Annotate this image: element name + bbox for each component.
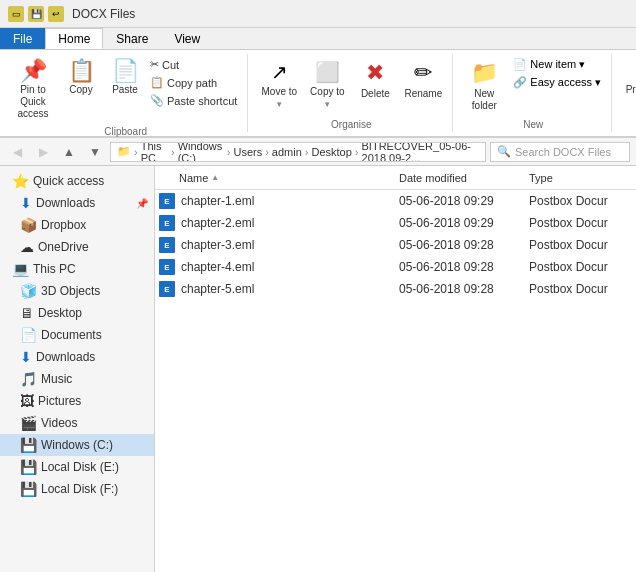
path-this-pc: This PC [141,142,168,162]
dropbox-icon: 📦 [20,217,37,233]
copy-path-button[interactable]: 📋 Copy path [146,74,241,91]
ribbon-group-properties: ☰ Prope... ✓ [614,54,636,132]
table-row[interactable]: E chapter-5.eml 05-06-2018 09:28 Postbox… [155,278,636,300]
eml-icon: E [159,215,175,231]
delete-button[interactable]: ✖ Delete [352,56,398,104]
tab-view[interactable]: View [161,28,213,49]
cut-label: Cut [162,59,179,71]
paste-row: 📄 Paste ✂ Cut 📋 Copy path 📎 [106,56,241,109]
col-type-header[interactable]: Type [529,172,632,184]
new-content: 📁 New folder 📄 New item ▾ 🔗 Easy access … [461,56,605,117]
sidebar-item-local-disk-f[interactable]: 💾 Local Disk (F:) [0,478,154,500]
sidebar-item-this-pc[interactable]: 💻 This PC [0,258,154,280]
paste-shortcut-icon: 📎 [150,94,164,107]
clipboard-label: Clipboard [104,126,147,137]
cut-button[interactable]: ✂ Cut [146,56,241,73]
new-side-buttons: 📄 New item ▾ 🔗 Easy access ▾ [509,56,605,91]
pin-to-quick-access-button[interactable]: 📌 Pin to Quick access [10,56,56,124]
copy-to-button[interactable]: ⬜ Copy to ▼ [304,56,350,113]
copy-to-label: Copy to [310,86,344,98]
sidebar: ⭐ Quick access ⬇ Downloads 📌 📦 Dropbox ☁… [0,166,155,572]
file-modified-cell: 05-06-2018 09:29 [399,216,529,230]
sidebar-item-desktop[interactable]: 🖥 Desktop [0,302,154,324]
new-folder-button[interactable]: 📁 New folder [461,56,507,116]
path-folder-icon: 📁 [117,145,131,158]
onedrive-label: OneDrive [38,240,89,254]
address-path[interactable]: 📁 › This PC › Windows (C:) › Users › adm… [110,142,486,162]
sidebar-item-3d-objects[interactable]: 🧊 3D Objects [0,280,154,302]
new-item-icon: 📄 [513,58,527,71]
path-desktop: Desktop [312,146,352,158]
ribbon: 📌 Pin to Quick access 📋 Copy 📄 Paste ✂ [0,50,636,138]
tab-file[interactable]: File [0,28,45,49]
file-modified-cell: 05-06-2018 09:28 [399,282,529,296]
file-type-cell: Postbox Docur [529,238,632,252]
move-to-button[interactable]: ↗ Move to ▼ [256,56,302,113]
new-item-button[interactable]: 📄 New item ▾ [509,56,605,73]
col-name-header[interactable]: Name ▲ [159,172,399,184]
sidebar-item-onedrive[interactable]: ☁ OneDrive [0,236,154,258]
pin-label: Pin to Quick access [12,84,54,120]
pin-icon: 📌 [20,60,47,82]
paste-shortcut-label: Paste shortcut [167,95,237,107]
organise-label: Organise [331,119,372,130]
sidebar-item-local-disk-e[interactable]: 💾 Local Disk (E:) [0,456,154,478]
delete-icon: ✖ [366,60,384,86]
copy-to-icon: ⬜ [315,60,340,84]
easy-access-button[interactable]: 🔗 Easy access ▾ [509,74,605,91]
table-row[interactable]: E chapter-3.eml 05-06-2018 09:28 Postbox… [155,234,636,256]
music-label: Music [41,372,72,386]
paste-shortcut-button[interactable]: 📎 Paste shortcut [146,92,241,109]
nav-back-button[interactable]: ◀ [6,141,28,163]
address-bar: ◀ ▶ ▲ ▼ 📁 › This PC › Windows (C:) › Use… [0,138,636,166]
title-bar-icons: ▭ 💾 ↩ [8,6,64,22]
copy-button[interactable]: 📋 Copy [58,56,104,100]
sidebar-item-dropbox[interactable]: 📦 Dropbox [0,214,154,236]
quick-access-label: Quick access [33,174,104,188]
easy-access-label: Easy access ▾ [530,76,601,89]
col-modified-header[interactable]: Date modified [399,172,529,184]
local-disk-e-icon: 💾 [20,459,37,475]
search-box[interactable]: 🔍 Search DOCX Files [490,142,630,162]
eml-icon: E [159,237,175,253]
documents-icon: 📄 [20,327,37,343]
sidebar-item-downloads[interactable]: ⬇ Downloads [0,346,154,368]
paste-small-col: ✂ Cut 📋 Copy path 📎 Paste shortcut [146,56,241,109]
table-row[interactable]: E chapter-4.eml 05-06-2018 09:28 Postbox… [155,256,636,278]
paste-button[interactable]: 📄 Paste [106,56,144,100]
table-row[interactable]: E chapter-1.eml 05-06-2018 09:29 Postbox… [155,190,636,212]
organise-content: ↗ Move to ▼ ⬜ Copy to ▼ ✖ Delete ✏ Renam… [256,56,446,117]
properties-content: ☰ Prope... ✓ [620,56,636,130]
file-type-cell: Postbox Docur [529,282,632,296]
file-list: Name ▲ Date modified Type E chapter-1.em… [155,166,636,572]
nav-up-button[interactable]: ▲ [58,141,80,163]
properties-button[interactable]: ☰ Prope... [620,56,636,100]
new-folder-label: New folder [463,88,505,112]
sidebar-item-videos[interactable]: 🎬 Videos [0,412,154,434]
sidebar-item-downloads-pinned[interactable]: ⬇ Downloads 📌 [0,192,154,214]
nav-recent-button[interactable]: ▼ [84,141,106,163]
copy-to-arrow: ▼ [323,100,331,109]
eml-icon: E [159,193,175,209]
rename-label: Rename [404,88,442,100]
copy-path-label: Copy path [167,77,217,89]
table-row[interactable]: E chapter-2.eml 05-06-2018 09:29 Postbox… [155,212,636,234]
eml-icon: E [159,259,175,275]
pin-indicator: 📌 [136,198,148,209]
properties-label: Prope... [626,84,636,96]
path-windows-c: Windows (C:) [178,142,224,162]
sidebar-item-windows-c[interactable]: 💾 Windows (C:) [0,434,154,456]
file-type-cell: Postbox Docur [529,194,632,208]
file-modified-cell: 05-06-2018 09:28 [399,238,529,252]
tab-home[interactable]: Home [45,28,103,49]
sidebar-item-documents[interactable]: 📄 Documents [0,324,154,346]
rename-button[interactable]: ✏ Rename [400,56,446,104]
file-type-cell: Postbox Docur [529,216,632,230]
sidebar-item-pictures[interactable]: 🖼 Pictures [0,390,154,412]
sidebar-item-quick-access[interactable]: ⭐ Quick access [0,170,154,192]
tab-share[interactable]: Share [103,28,161,49]
sidebar-item-music[interactable]: 🎵 Music [0,368,154,390]
move-to-arrow: ▼ [275,100,283,109]
new-item-label: New item ▾ [530,58,585,71]
nav-forward-button[interactable]: ▶ [32,141,54,163]
